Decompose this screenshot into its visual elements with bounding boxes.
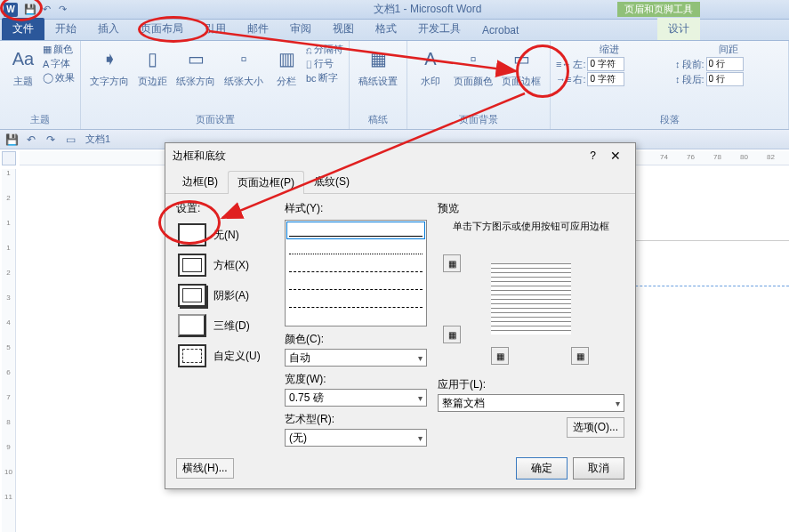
font-icon: A [43,59,49,69]
tab-file[interactable]: 文件 [2,18,44,40]
ruler-corner[interactable] [2,151,16,165]
tab-review[interactable]: 审阅 [279,18,322,40]
redo-icon[interactable]: ↷ [55,3,69,17]
theme-effects-button[interactable]: ◯效果 [43,71,75,85]
tab-format[interactable]: 格式 [365,18,407,40]
border-left-button[interactable]: ▦ [491,347,509,365]
ok-button[interactable]: 确定 [516,457,568,480]
indent-right-input[interactable] [587,72,624,86]
tab-page-border[interactable]: 页面边框(P) [228,171,304,194]
breaks-button[interactable]: ⎌分隔符 [306,43,343,56]
dialog-titlebar: 边框和底纹 ? ✕ [165,143,635,168]
dialog-tabs: 边框(B) 页面边框(P) 底纹(S) [165,170,635,194]
vertical-ruler[interactable]: 1211234567891011 [2,169,16,532]
save-icon[interactable]: 💾 [4,132,20,148]
tab-acrobat[interactable]: Acrobat [471,20,529,40]
color-combo[interactable]: 自动 [285,349,427,367]
indent-left-label: 左: [573,58,585,71]
ruler-tick: 7 [2,393,15,401]
apply-to-combo[interactable]: 整篇文档 [438,394,624,412]
undo-icon[interactable]: ↶ [23,132,39,148]
options-button[interactable]: 选项(O)... [567,417,624,438]
style-dashed[interactable] [289,260,423,272]
tab-developer[interactable]: 开发工具 [407,18,471,40]
tab-references[interactable]: 引用 [194,18,237,40]
theme-colors-button[interactable]: ▦颜色 [43,43,75,56]
tab-insert[interactable]: 插入 [87,18,130,40]
tab-borders[interactable]: 边框(B) [173,170,228,193]
tab-home[interactable]: 开始 [44,18,87,40]
orientation-icon: ▭ [181,44,210,73]
preview-icon[interactable]: ▭ [62,132,78,148]
indent-heading: 缩进 [556,43,663,56]
orientation-button[interactable]: ▭纸张方向 [173,43,219,90]
ruler-tick: 76 [687,153,695,161]
ruler-tick: 1 [2,219,15,227]
title-bar: W 💾 ↶ ↷ 文档1 - Microsoft Word 页眉和页脚工具 [0,0,789,20]
theme-fonts-button[interactable]: A字体 [43,57,75,70]
breaks-icon: ⎌ [306,44,312,55]
group-paragraph-label: 段落 [556,112,783,127]
watermark-button[interactable]: A水印 [413,43,448,90]
border-right-button[interactable]: ▦ [571,347,589,365]
dialog-footer: 横线(H)... 确定 取消 [176,457,624,480]
text-direction-icon: ➧ [95,44,124,73]
page-borders-icon: ▭ [507,44,535,73]
group-page-background: A水印 ▫页面颜色 ▭页面边框 页面背景 [407,41,551,129]
setting-shadow[interactable]: 阴影(A) [176,280,274,310]
contextual-tab-label: 页眉和页脚工具 [617,2,700,17]
hyphenation-button[interactable]: bc断字 [306,71,343,85]
tab-design[interactable]: 设计 [657,18,700,40]
setting-3d[interactable]: 三维(D) [176,310,274,341]
page-color-button[interactable]: ▫页面颜色 [450,43,496,90]
setting-none[interactable]: 无(N) [176,220,274,250]
group-page-setup-label: 页面设置 [86,112,343,127]
save-icon[interactable]: 💾 [23,3,37,17]
tab-mailings[interactable]: 邮件 [237,18,279,40]
doc-name: 文档1 [85,133,110,146]
width-label: 宽度(W): [285,372,427,387]
style-listbox[interactable] [285,220,427,326]
width-combo[interactable]: 0.75 磅 [285,389,427,407]
indent-left-input[interactable] [587,57,624,71]
redo-icon[interactable]: ↷ [43,132,59,148]
watermark-icon: A [416,44,445,73]
space-after-input[interactable] [706,72,744,86]
style-dashed-2[interactable] [289,278,423,290]
border-top-button[interactable]: ▦ [443,254,461,272]
tab-page-layout[interactable]: 页面布局 [130,18,194,40]
help-icon[interactable]: ? [583,149,603,162]
grid-settings-button[interactable]: ▦稿纸设置 [355,43,401,90]
page-borders-button[interactable]: ▭页面边框 [498,43,544,90]
setting-box[interactable]: 方框(X) [176,250,274,280]
style-solid[interactable] [289,224,423,237]
text-direction-button[interactable]: ➧文字方向 [86,43,133,90]
borders-shading-dialog: 边框和底纹 ? ✕ 边框(B) 页面边框(P) 底纹(S) 设置: 无(N) 方… [165,142,636,489]
margins-button[interactable]: ▯页边距 [134,43,171,90]
style-dashdot[interactable] [289,295,423,308]
size-button[interactable]: ▫纸张大小 [221,43,267,90]
preview-hint: 单击下方图示或使用按钮可应用边框 [438,220,624,233]
line-numbers-button[interactable]: ⌷行号 [306,57,343,70]
style-column: 样式(Y): 颜色(C): 自动 宽度(W): 0.75 磅 艺术型(R): (… [285,201,427,454]
ribbon: Aa 主题 ▦颜色 A字体 ◯效果 主题 ➧文字方向 ▯页边距 ▭纸张方向 ▫纸… [0,41,789,130]
space-before-input[interactable] [706,57,744,71]
tab-view[interactable]: 视图 [322,18,365,40]
cancel-button[interactable]: 取消 [573,457,624,480]
horizontal-line-button[interactable]: 横线(H)... [176,458,234,479]
style-dotted[interactable] [289,242,423,254]
setting-custom[interactable]: 自定义(U) [176,341,274,371]
ruler-tick: 74 [660,153,668,161]
columns-button[interactable]: ▥分栏 [269,43,304,90]
hyphenation-icon: bc [306,73,317,84]
close-icon[interactable]: ✕ [603,147,628,165]
border-bottom-button[interactable]: ▦ [443,326,461,343]
themes-icon: Aa [9,44,37,73]
art-combo[interactable]: (无) [285,429,427,447]
undo-icon[interactable]: ↶ [39,3,53,17]
group-paper-label: 稿纸 [355,112,401,127]
themes-label: 主题 [13,75,33,88]
tab-shading[interactable]: 底纹(S) [304,170,359,193]
ruler-tick: 3 [2,294,15,302]
themes-button[interactable]: Aa 主题 [5,43,41,90]
